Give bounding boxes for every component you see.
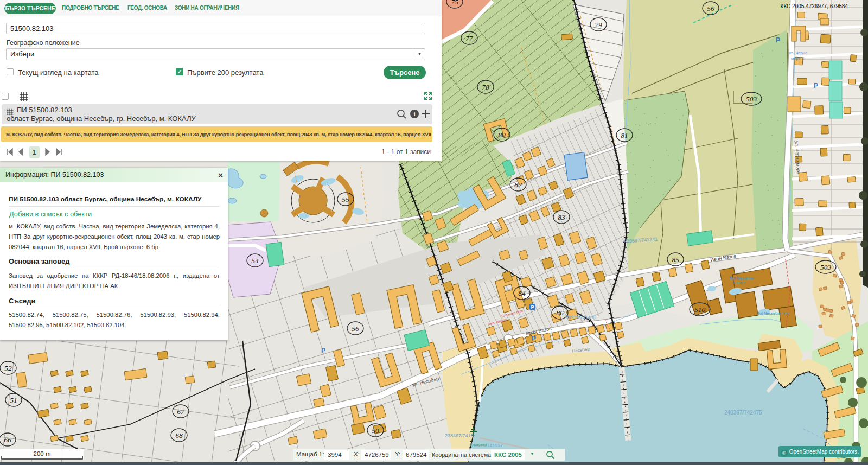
- svg-text:55: 55: [342, 195, 349, 203]
- svg-text:82: 82: [514, 181, 522, 189]
- svg-text:56: 56: [707, 4, 714, 12]
- svg-text:54: 54: [251, 257, 259, 265]
- svg-text:P: P: [532, 335, 536, 342]
- svg-text:P: P: [776, 36, 780, 44]
- svg-text:86: 86: [556, 309, 564, 317]
- svg-text:84: 84: [518, 289, 526, 297]
- svg-text:85: 85: [672, 256, 679, 264]
- svg-text:503: 503: [820, 263, 832, 271]
- svg-text:38973/741466: 38973/741466: [566, 315, 596, 320]
- svg-text:51: 51: [10, 396, 17, 404]
- svg-text:78: 78: [482, 83, 489, 91]
- svg-text:510: 510: [694, 305, 706, 314]
- svg-text:66: 66: [4, 436, 11, 444]
- svg-text:52: 52: [4, 364, 12, 372]
- svg-text:83: 83: [558, 213, 565, 221]
- svg-text:77: 77: [465, 34, 474, 42]
- svg-text:50: 50: [372, 426, 379, 435]
- svg-text:81: 81: [621, 131, 628, 139]
- svg-text:Бисерния: Бисерния: [470, 443, 487, 447]
- svg-text:P: P: [814, 82, 818, 90]
- svg-text:ККС 2005 4726977, 679584: ККС 2005 4726977, 679584: [781, 3, 848, 9]
- svg-text:67: 67: [177, 407, 185, 416]
- svg-text:80: 80: [498, 131, 506, 139]
- svg-text:68: 68: [175, 431, 183, 439]
- svg-text:75: 75: [451, 0, 458, 6]
- svg-text:море 2: море 2: [791, 56, 804, 61]
- svg-text:P: P: [321, 347, 326, 354]
- svg-text:240367/742475: 240367/742475: [724, 410, 762, 416]
- svg-text:1: 1: [33, 149, 36, 156]
- svg-text:Palace: Palace: [733, 281, 746, 285]
- svg-text:Sol Nessebar: Sol Nessebar: [730, 276, 755, 281]
- svg-text:кв. Черно: кв. Черно: [789, 50, 807, 55]
- svg-text:56: 56: [352, 324, 359, 333]
- svg-text:503: 503: [746, 95, 757, 103]
- svg-text:238467/7415: 238467/7415: [445, 433, 474, 438]
- svg-text:79: 79: [595, 21, 602, 29]
- svg-text:P: P: [531, 304, 534, 310]
- svg-text:i: i: [413, 111, 415, 117]
- svg-text:Sol Nessebar Bay: Sol Nessebar Bay: [757, 311, 789, 316]
